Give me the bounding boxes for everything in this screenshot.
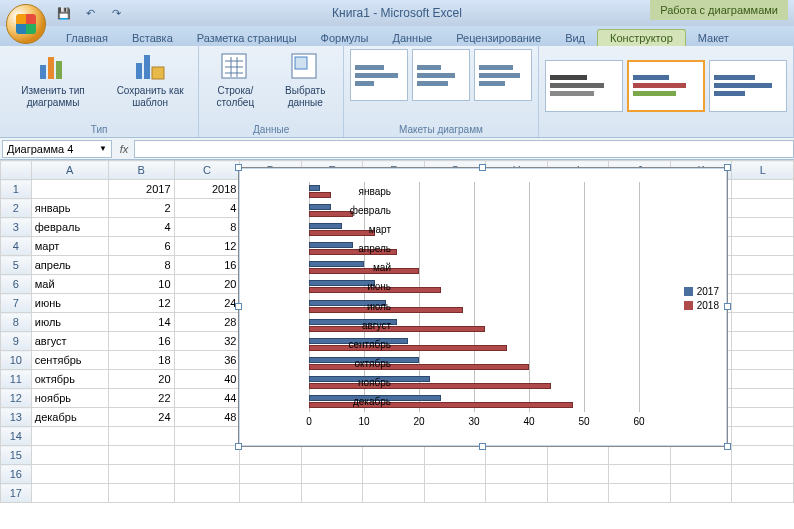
- layout-option-2[interactable]: [412, 49, 470, 101]
- formula-bar-input[interactable]: [134, 140, 794, 158]
- row-header[interactable]: 16: [1, 465, 32, 484]
- cell[interactable]: [547, 446, 609, 465]
- bar-series-2[interactable]: [309, 192, 331, 198]
- row-header[interactable]: 11: [1, 370, 32, 389]
- cell[interactable]: 2017: [108, 180, 174, 199]
- resize-handle[interactable]: [235, 164, 242, 171]
- cell[interactable]: [108, 465, 174, 484]
- table-row[interactable]: 15: [1, 446, 794, 465]
- cell[interactable]: 24: [108, 408, 174, 427]
- tab-insert[interactable]: Вставка: [120, 30, 185, 46]
- row-header[interactable]: 17: [1, 484, 32, 503]
- undo-icon[interactable]: ↶: [80, 3, 100, 23]
- cell[interactable]: [108, 446, 174, 465]
- tab-page-layout[interactable]: Разметка страницы: [185, 30, 309, 46]
- legend-entry[interactable]: 2018: [684, 300, 719, 311]
- tab-formulas[interactable]: Формулы: [309, 30, 381, 46]
- cell[interactable]: 20: [108, 370, 174, 389]
- cell[interactable]: [424, 484, 486, 503]
- cell[interactable]: [732, 313, 794, 332]
- cell[interactable]: [670, 484, 732, 503]
- cell[interactable]: [301, 484, 363, 503]
- cell[interactable]: [670, 446, 732, 465]
- cell[interactable]: [486, 484, 548, 503]
- cell[interactable]: [174, 427, 240, 446]
- cell[interactable]: [609, 484, 671, 503]
- bar-series-1[interactable]: [309, 204, 331, 210]
- row-header[interactable]: 14: [1, 427, 32, 446]
- table-row[interactable]: 16: [1, 465, 794, 484]
- col-header[interactable]: L: [732, 161, 794, 180]
- tab-view[interactable]: Вид: [553, 30, 597, 46]
- select-data-button[interactable]: Выбрать данные: [273, 49, 337, 111]
- resize-handle[interactable]: [235, 443, 242, 450]
- select-all-corner[interactable]: [1, 161, 32, 180]
- cell[interactable]: [547, 465, 609, 484]
- cell[interactable]: [547, 484, 609, 503]
- resize-handle[interactable]: [724, 164, 731, 171]
- cell[interactable]: июнь: [31, 294, 108, 313]
- cell[interactable]: 28: [174, 313, 240, 332]
- cell[interactable]: 48: [174, 408, 240, 427]
- cell[interactable]: [732, 256, 794, 275]
- tab-home[interactable]: Главная: [54, 30, 120, 46]
- cell[interactable]: 12: [174, 237, 240, 256]
- col-header[interactable]: B: [108, 161, 174, 180]
- embedded-chart[interactable]: 2017 2018 0102030405060январьфевральмарт…: [238, 167, 728, 447]
- cell[interactable]: [732, 294, 794, 313]
- cell[interactable]: [732, 427, 794, 446]
- name-box[interactable]: Диаграмма 4 ▼: [2, 140, 112, 158]
- cell[interactable]: [31, 446, 108, 465]
- cell[interactable]: [363, 465, 425, 484]
- cell[interactable]: октябрь: [31, 370, 108, 389]
- row-header[interactable]: 13: [1, 408, 32, 427]
- row-header[interactable]: 2: [1, 199, 32, 218]
- chart-legend[interactable]: 2017 2018: [684, 283, 719, 314]
- cell[interactable]: 20: [174, 275, 240, 294]
- row-header[interactable]: 7: [1, 294, 32, 313]
- legend-entry[interactable]: 2017: [684, 286, 719, 297]
- cell[interactable]: [240, 465, 302, 484]
- tab-layout[interactable]: Макет: [686, 30, 741, 46]
- tab-review[interactable]: Рецензирование: [444, 30, 553, 46]
- fx-icon[interactable]: fx: [114, 143, 134, 155]
- table-row[interactable]: 17: [1, 484, 794, 503]
- style-option-2[interactable]: [627, 60, 705, 112]
- cell[interactable]: декабрь: [31, 408, 108, 427]
- cell[interactable]: 6: [108, 237, 174, 256]
- col-header[interactable]: A: [31, 161, 108, 180]
- cell[interactable]: 4: [174, 199, 240, 218]
- resize-handle[interactable]: [235, 303, 242, 310]
- cell[interactable]: [108, 484, 174, 503]
- cell[interactable]: 10: [108, 275, 174, 294]
- cell[interactable]: [732, 332, 794, 351]
- cell[interactable]: [732, 465, 794, 484]
- row-header[interactable]: 10: [1, 351, 32, 370]
- cell[interactable]: [108, 427, 174, 446]
- cell[interactable]: [486, 446, 548, 465]
- tab-design[interactable]: Конструктор: [597, 29, 686, 46]
- cell[interactable]: май: [31, 275, 108, 294]
- cell[interactable]: [363, 446, 425, 465]
- cell[interactable]: 18: [108, 351, 174, 370]
- chart-styles-gallery[interactable]: [545, 60, 787, 112]
- switch-row-column-button[interactable]: Строка/столбец: [205, 49, 265, 111]
- row-header[interactable]: 5: [1, 256, 32, 275]
- cell[interactable]: январь: [31, 199, 108, 218]
- resize-handle[interactable]: [479, 443, 486, 450]
- cell[interactable]: [732, 237, 794, 256]
- cell[interactable]: [31, 427, 108, 446]
- cell[interactable]: июль: [31, 313, 108, 332]
- office-button[interactable]: [6, 4, 46, 44]
- cell[interactable]: март: [31, 237, 108, 256]
- cell[interactable]: [609, 465, 671, 484]
- cell[interactable]: [240, 484, 302, 503]
- cell[interactable]: [732, 408, 794, 427]
- cell[interactable]: [174, 446, 240, 465]
- cell[interactable]: 4: [108, 218, 174, 237]
- row-header[interactable]: 3: [1, 218, 32, 237]
- cell[interactable]: 2: [108, 199, 174, 218]
- cell[interactable]: сентябрь: [31, 351, 108, 370]
- cell[interactable]: [31, 465, 108, 484]
- col-header[interactable]: C: [174, 161, 240, 180]
